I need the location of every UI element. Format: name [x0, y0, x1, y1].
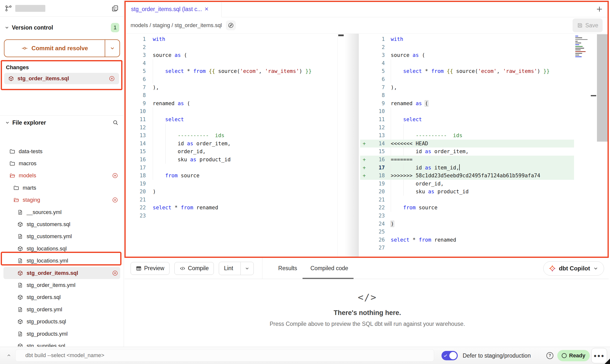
code-line[interactable]: 12 [360, 124, 574, 132]
code-line[interactable]: +18>>>>>>> 58c1dd23d5eebd9cd2495fa7124ab… [360, 172, 574, 180]
code-line[interactable]: 7), [360, 83, 574, 92]
lint-split-button[interactable]: Lint [219, 262, 254, 275]
file-item-__sources.yml[interactable]: __sources.yml [0, 206, 124, 218]
lineage-compass-icon[interactable] [226, 20, 236, 30]
code-line[interactable]: 3source as ( [125, 51, 338, 59]
code-line[interactable]: 24) [360, 220, 574, 228]
code-line[interactable]: 1with [360, 35, 574, 43]
copy-files-icon[interactable] [111, 5, 119, 12]
left-pane-scrollbar[interactable] [338, 34, 344, 257]
code-line[interactable]: +16======= [360, 156, 574, 164]
code-line[interactable]: 19 [125, 180, 338, 188]
file-item-marts[interactable]: marts [0, 182, 124, 194]
file-item-stg_products.sql[interactable]: stg_products.sql [0, 315, 124, 328]
code-line[interactable]: 25 [360, 228, 574, 236]
code-line[interactable]: 22 from source [360, 204, 574, 212]
code-line[interactable]: 2 [125, 43, 338, 51]
file-item-stg_products.yml[interactable]: stg_products.yml [0, 328, 124, 340]
code-line[interactable]: 17 [125, 164, 338, 172]
code-line[interactable]: 15 order_id, [125, 148, 338, 156]
file-item-stg_orders.sql[interactable]: stg_orders.sql [0, 291, 124, 303]
compile-button[interactable]: Compile [174, 262, 214, 275]
diff-pane-modified[interactable]: 1with23source as (45 select * from {{ so… [360, 34, 574, 257]
file-item-models[interactable]: models [0, 170, 124, 182]
preview-button[interactable]: Preview [131, 262, 169, 275]
dbt-copilot-button[interactable]: dbt Copilot [543, 261, 604, 276]
code-line[interactable]: 5 select * from {{ source('ecom', 'raw_i… [125, 67, 338, 75]
code-line[interactable]: 21 [360, 196, 574, 204]
code-line[interactable]: 11 select [360, 116, 574, 124]
version-control-section-header[interactable]: Version control 1 [4, 23, 119, 33]
file-item-stg_customers.yml[interactable]: stg_customers.yml [0, 231, 124, 243]
code-line[interactable]: 1with [125, 35, 338, 43]
code-line[interactable]: 20 sku as product_id [360, 188, 574, 196]
file-item-stg_order_items.yml[interactable]: stg_order_items.yml [0, 279, 124, 291]
file-item-stg_customers.sql[interactable]: stg_customers.sql [0, 218, 124, 230]
code-line[interactable]: 21 [125, 196, 338, 204]
code-line[interactable]: 19 order_id, [360, 180, 574, 188]
file-item-data-tests[interactable]: data-tests [0, 145, 124, 157]
minimap[interactable] [575, 36, 590, 79]
tab-close-icon[interactable]: ✕ [204, 6, 209, 12]
defer-toggle[interactable] [441, 351, 458, 360]
code-line[interactable]: 3source as ( [360, 51, 574, 59]
lint-button-label[interactable]: Lint [219, 262, 238, 275]
file-item-stg_locations.sql[interactable]: stg_locations.sql [0, 243, 124, 255]
tab-stg-order-items[interactable]: stg_order_items.sql (last c... ✕ [126, 1, 222, 17]
code-line[interactable]: 22select * from renamed [125, 204, 338, 212]
search-icon[interactable] [112, 119, 119, 126]
code-line[interactable]: 10 [360, 107, 574, 116]
scrollbar-thumb[interactable] [338, 34, 344, 36]
right-pane-scrollbar-thumb[interactable] [597, 34, 608, 142]
help-icon[interactable]: ? [546, 352, 553, 359]
chevron-up-icon[interactable] [6, 353, 11, 358]
commit-options-caret[interactable] [105, 40, 119, 57]
commit-and-resolve-button[interactable]: Commit and resolve [4, 39, 120, 57]
tab-results[interactable]: Results [278, 258, 297, 279]
commit-and-resolve-main[interactable]: Commit and resolve [4, 40, 105, 57]
code-line[interactable]: 13 ---------- ids [360, 132, 574, 140]
file-item-staging[interactable]: staging [0, 194, 124, 206]
tab-compiled-code[interactable]: Compiled code [310, 258, 348, 279]
code-line[interactable]: 15 id as order_item, [360, 148, 574, 156]
code-line[interactable]: 4 [125, 59, 338, 67]
file-item-stg_orders.yml[interactable]: stg_orders.yml [0, 303, 124, 315]
code-line[interactable]: 20) [125, 188, 338, 196]
diff-pane-original[interactable]: 1with23source as (45 select * from {{ so… [125, 34, 338, 257]
code-line[interactable]: +17 id as item_id, [360, 164, 574, 172]
code-line[interactable]: 23 [125, 212, 338, 220]
revert-file-icon[interactable] [112, 197, 118, 203]
code-line[interactable]: 9renamed as ( [360, 99, 574, 108]
file-item-stg_order_items.sql[interactable]: stg_order_items.sql [3, 267, 120, 279]
code-line[interactable]: 6 [125, 75, 338, 83]
code-line[interactable]: 14 id as order_item, [125, 140, 338, 148]
code-line[interactable]: 10 [125, 107, 338, 116]
code-line[interactable]: 12 [125, 124, 338, 132]
revert-file-icon[interactable] [109, 75, 115, 82]
code-line[interactable]: 5 select * from {{ source('ecom', 'raw_i… [360, 67, 574, 75]
code-line[interactable]: 4 [360, 59, 574, 67]
code-line[interactable]: 23 [360, 212, 574, 220]
ready-status-badge[interactable]: Ready [557, 350, 590, 361]
file-explorer-header[interactable]: File explorer [0, 116, 124, 130]
code-line[interactable]: 16 sku as product_id [125, 156, 338, 164]
code-line[interactable]: 27 [360, 244, 574, 252]
new-tab-plus-icon[interactable] [596, 5, 603, 13]
code-line[interactable]: 13 ---------- ids [125, 132, 338, 140]
lint-options-caret[interactable] [240, 262, 254, 275]
code-line[interactable]: 18 from source [125, 172, 338, 180]
code-line[interactable]: 26select * from renamed [360, 236, 574, 244]
code-line[interactable]: 6 [360, 75, 574, 83]
code-line[interactable]: 2 [360, 43, 574, 51]
code-line[interactable]: 8 [125, 91, 338, 99]
code-line[interactable]: 8 [360, 91, 574, 99]
save-button[interactable]: Save [573, 18, 603, 32]
code-line[interactable]: 7), [125, 83, 338, 92]
code-line[interactable]: 11 select [125, 116, 338, 124]
revert-file-icon[interactable] [112, 270, 118, 276]
code-line[interactable]: 9renamed as ( [125, 99, 338, 108]
revert-file-icon[interactable] [112, 172, 118, 179]
command-input[interactable] [15, 349, 434, 362]
changed-file-row[interactable]: stg_order_items.sql [4, 73, 119, 84]
file-item-macros[interactable]: macros [0, 157, 124, 169]
